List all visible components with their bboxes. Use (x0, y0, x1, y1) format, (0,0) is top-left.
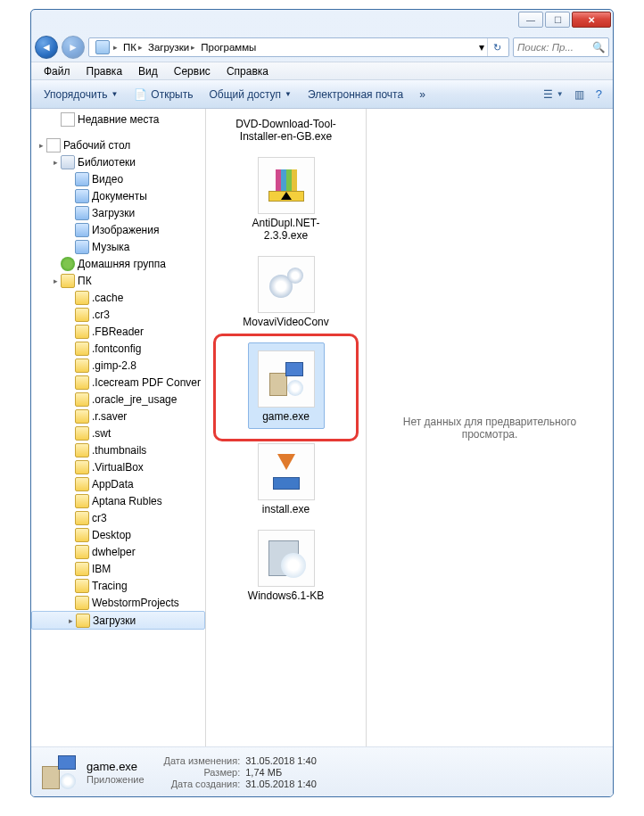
open-button[interactable]: 📄Открыть (127, 85, 200, 104)
menu-tools[interactable]: Сервис (167, 63, 218, 79)
folder-icon (75, 189, 89, 203)
twisty-icon[interactable]: ▸ (51, 276, 61, 285)
preview-empty-text: Нет данных для предварительного просмотр… (381, 416, 599, 441)
nav-forward-button[interactable]: ► (62, 36, 85, 59)
tree-item[interactable]: cr3 (31, 509, 205, 526)
folder-icon (75, 426, 89, 441)
file-item[interactable]: MovaviVideoConv (206, 251, 366, 337)
folder-icon (75, 240, 89, 254)
tree-item[interactable]: .oracle_jre_usage (31, 391, 205, 408)
tree-item[interactable]: Tracing (31, 577, 205, 594)
view-mode-button[interactable]: ☰ ▼ (539, 85, 568, 104)
file-item[interactable]: game.exe (206, 337, 366, 438)
tree-item-label: Домашняя группа (78, 258, 166, 270)
breadcrumb[interactable]: Загрузки▸ (145, 38, 198, 56)
tree-item[interactable]: .VirtualBox (31, 458, 205, 475)
tree-item[interactable]: .cache (31, 289, 205, 306)
preview-pane-button[interactable]: ▥ (570, 85, 589, 104)
titlebar[interactable]: — ☐ ✕ (31, 10, 613, 35)
more-button[interactable]: » (412, 85, 433, 104)
tree-item[interactable]: ▸Библиотеки (31, 153, 205, 170)
twisty-icon[interactable]: ▸ (51, 158, 61, 167)
maximize-button[interactable]: ☐ (545, 12, 570, 28)
menu-help[interactable]: Справка (219, 63, 276, 79)
file-item[interactable]: AntiDupl.NET-2.3.9.exe (206, 152, 366, 251)
chevron-down-icon[interactable]: ▾ (476, 38, 487, 56)
tree-item-label: Рабочий стол (63, 139, 130, 152)
tree-item-label: .VirtualBox (92, 461, 144, 474)
tree-item-label: Загрузки (92, 207, 135, 219)
folder-icon (75, 596, 89, 610)
folder-icon (75, 494, 89, 508)
address-bar[interactable]: ▸ ПК▸ Загрузки▸ Программы ▾ ↻ (88, 37, 509, 57)
details-prop-value: 31.05.2018 1:40 (245, 755, 317, 766)
tree-item[interactable]: .r.saver (31, 408, 205, 424)
folder-icon (75, 545, 89, 559)
tree-item[interactable]: Загрузки (31, 204, 205, 221)
twisty-icon[interactable]: ▸ (66, 616, 76, 625)
file-item[interactable]: Windоws6.1-KB (206, 524, 366, 611)
breadcrumb[interactable]: ПК▸ (120, 38, 145, 56)
help-button[interactable]: ? (590, 87, 607, 101)
twisty-icon[interactable]: ▸ (37, 141, 46, 150)
share-button[interactable]: Общий доступ▼ (202, 85, 299, 104)
file-item[interactable]: install.exe (206, 438, 366, 524)
search-icon: 🔍 (592, 41, 605, 54)
tree-item[interactable]: ▸Рабочий стол (31, 136, 205, 153)
email-button[interactable]: Электронная почта (301, 85, 410, 104)
folder-icon (75, 511, 89, 525)
nav-back-button[interactable]: ◄ (35, 36, 58, 59)
tree-item[interactable]: Изображения (31, 221, 205, 238)
folder-icon (75, 308, 89, 322)
tree-item[interactable]: .FBReader (31, 323, 205, 340)
navigation-tree[interactable]: Недавние места▸Рабочий стол▸БиблиотекиВи… (31, 109, 206, 746)
menu-view[interactable]: Вид (131, 63, 165, 79)
folder-icon (75, 460, 89, 474)
tree-item[interactable]: .swt (31, 424, 205, 441)
tree-item[interactable]: Aptana Rubles (31, 492, 205, 509)
tree-item[interactable]: IBM (31, 560, 205, 577)
folder-icon (75, 206, 89, 220)
tree-item[interactable]: Desktop (31, 526, 205, 543)
tree-item[interactable]: ▸Загрузки (31, 611, 205, 630)
tree-item-label: .fontconfig (92, 342, 141, 355)
tree-item[interactable]: .gimp-2.8 (31, 357, 205, 374)
tree-item[interactable]: WebstormProjects (31, 594, 205, 611)
folder-icon (76, 614, 90, 628)
tree-item[interactable]: Документы (31, 187, 205, 204)
folder-icon (75, 325, 89, 339)
tree-item-label: Недавние места (78, 113, 159, 126)
tree-item[interactable]: .thumbnails (31, 441, 205, 458)
file-list[interactable]: DVD-Download-Tool-Installer-en-GB.exeAnt… (206, 109, 367, 746)
tree-item-label: Библиотеки (78, 156, 136, 169)
folder-icon (75, 342, 89, 356)
organize-button[interactable]: Упорядочить▼ (37, 85, 125, 104)
tree-item[interactable]: .fontconfig (31, 340, 205, 357)
tree-item[interactable]: .cr3 (31, 306, 205, 323)
close-button[interactable]: ✕ (572, 12, 611, 28)
search-input[interactable]: Поиск: Пр... 🔍 (513, 37, 609, 57)
tree-item[interactable]: Музыка (31, 238, 205, 255)
details-prop-key: Дата изменения: (164, 755, 241, 766)
tree-item[interactable]: Недавние места (31, 111, 205, 128)
tree-item[interactable]: dwhelper (31, 543, 205, 560)
menu-edit[interactable]: Правка (79, 63, 130, 79)
details-bar: game.exe Приложение Дата изменения:31.05… (31, 746, 613, 796)
menu-file[interactable]: Файл (37, 63, 78, 79)
minimize-button[interactable]: — (518, 12, 543, 28)
tree-item[interactable]: ▸ПК (31, 272, 205, 289)
breadcrumb[interactable]: Программы (198, 38, 259, 56)
tree-item-label: .cr3 (92, 309, 110, 321)
tree-item-label: ПК (78, 275, 92, 287)
menubar: Файл Правка Вид Сервис Справка (31, 62, 613, 80)
tree-item-label: .r.saver (92, 410, 127, 423)
file-item[interactable]: DVD-Download-Tool-Installer-en-GB.exe (206, 112, 366, 152)
tree-item[interactable]: AppData (31, 475, 205, 492)
tree-item[interactable]: .Icecream PDF Conver (31, 374, 205, 391)
file-thumb (258, 443, 315, 500)
folder-icon (75, 477, 89, 491)
tree-item[interactable]: Видео (31, 170, 205, 187)
folder-icon (61, 274, 75, 288)
tree-item[interactable]: Домашняя группа (31, 255, 205, 272)
refresh-button[interactable]: ↻ (487, 38, 507, 56)
